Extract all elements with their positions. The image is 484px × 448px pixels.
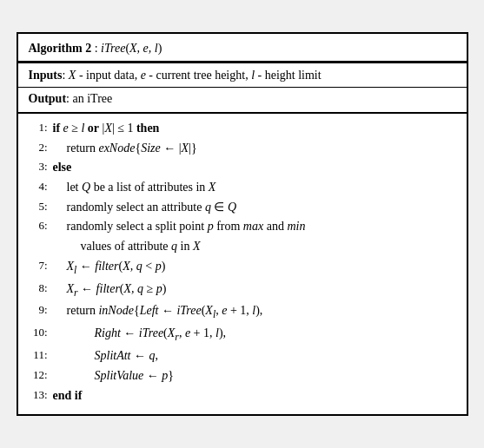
line-10: 10: Right ← iTree(Xr, e + 1, l), (29, 324, 456, 346)
line-2: 2: return exNode{Size ← |X|} (29, 139, 456, 158)
algorithm-box: Algorithm 2 : iTree(X, e, l) Inputs: X -… (17, 32, 468, 416)
algorithm-signature: : iTree(X, e, l) (95, 42, 162, 55)
line-12: 12: SplitValue ← p} (29, 366, 456, 385)
line-3: 3: else (29, 158, 456, 177)
line-7: 7: Xl ← filter(X, q < p) (29, 257, 456, 279)
line-content-6-cont: values of attribute q in X (53, 237, 456, 256)
line-num-6: 6: (29, 217, 48, 234)
inputs-label: Inputs (29, 69, 63, 82)
line-6: 6: randomly select a split point p from … (29, 217, 456, 236)
line-content-11: SplitAtt ← q, (53, 346, 456, 366)
line-4: 4: let Q be a list of attributes in X (29, 178, 456, 197)
line-content-7: Xl ← filter(X, q < p) (53, 257, 456, 279)
algorithm-body: 1: if e ≥ l or |X| ≤ 1 then 2: return ex… (18, 114, 467, 414)
line-1: 1: if e ≥ l or |X| ≤ 1 then (29, 119, 456, 138)
inputs-text: : X - input data, e - current tree heigh… (62, 69, 321, 82)
line-content-12: SplitValue ← p} (53, 366, 456, 385)
line-13: 13: end if (29, 386, 456, 405)
line-content-4: let Q be a list of attributes in X (53, 178, 456, 197)
algorithm-label: Algorithm 2 (29, 42, 92, 55)
line-5: 5: randomly select an attribute q ∈ Q (29, 198, 456, 217)
line-6-cont: values of attribute q in X (29, 237, 456, 256)
line-content-13: end if (53, 386, 456, 405)
line-num-9: 9: (29, 301, 48, 319)
output-line: Output: an iTree (18, 88, 467, 114)
line-num-12: 12: (29, 366, 48, 384)
line-num-5: 5: (29, 198, 48, 215)
line-9: 9: return inNode{Left ← iTree(Xl, e + 1,… (29, 301, 456, 323)
line-content-1: if e ≥ l or |X| ≤ 1 then (53, 119, 456, 138)
line-content-10: Right ← iTree(Xr, e + 1, l), (53, 324, 456, 346)
line-content-9: return inNode{Left ← iTree(Xl, e + 1, l)… (53, 301, 456, 323)
line-num-1: 1: (29, 119, 48, 136)
line-num-10: 10: (29, 324, 48, 341)
algorithm-header: Algorithm 2 : iTree(X, e, l) (18, 34, 467, 63)
line-num-2: 2: (29, 139, 48, 156)
line-8: 8: Xr ← filter(X, q ≥ p) (29, 280, 456, 301)
line-content-3: else (53, 158, 456, 177)
inputs-line: Inputs: X - input data, e - current tree… (18, 63, 467, 88)
line-num-7: 7: (29, 257, 48, 274)
output-label: Output (29, 92, 67, 105)
output-text: : an iTree (66, 92, 112, 105)
line-content-6: randomly select a split point p from max… (53, 217, 456, 236)
line-num-4: 4: (29, 178, 48, 195)
line-content-5: randomly select an attribute q ∈ Q (53, 198, 456, 217)
line-11: 11: SplitAtt ← q, (29, 346, 456, 366)
line-num-13: 13: (29, 386, 48, 404)
line-num-3: 3: (29, 158, 48, 175)
line-content-8: Xr ← filter(X, q ≥ p) (53, 280, 456, 301)
line-content-2: return exNode{Size ← |X|} (53, 139, 456, 158)
line-num-11: 11: (29, 346, 48, 364)
line-num-8: 8: (29, 280, 48, 297)
